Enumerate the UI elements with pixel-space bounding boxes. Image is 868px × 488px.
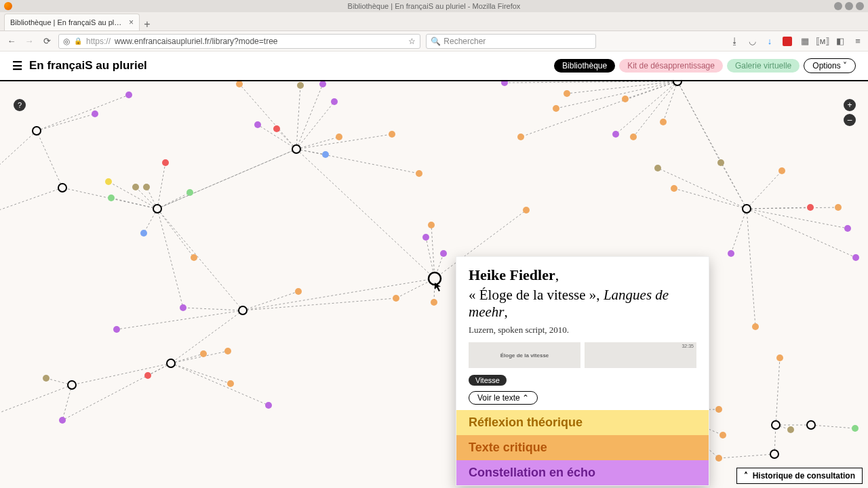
- download-icon[interactable]: ⭳: [730, 37, 739, 46]
- nav-library[interactable]: Bibliothèque: [554, 59, 615, 73]
- new-tab-button[interactable]: +: [140, 18, 155, 30]
- firefox-icon: [4, 2, 12, 10]
- window-controls[interactable]: [834, 2, 864, 10]
- search-placeholder: Rechercher: [443, 37, 486, 46]
- menu-icon[interactable]: ≡: [853, 37, 863, 46]
- search-icon: 🔍: [431, 37, 441, 46]
- hamburger-icon[interactable]: ☰: [12, 59, 22, 73]
- back-button[interactable]: ←: [5, 36, 18, 46]
- nav-options[interactable]: Options ˅: [804, 58, 856, 73]
- sidebar-icon[interactable]: ◧: [835, 37, 845, 46]
- adblock-icon[interactable]: [783, 37, 792, 46]
- extension-icon[interactable]: ▦: [800, 37, 810, 46]
- reload-button[interactable]: ⟳: [41, 36, 53, 46]
- lock-icon: 🔒: [74, 37, 82, 45]
- address-field[interactable]: ◎ 🔒 https://www.enfrancaisaupluriel.fr/l…: [58, 34, 420, 49]
- window-title: Bibliothèque | En françaiS au pluriel - …: [348, 2, 521, 10]
- url-rest: www.enfrancaisaupluriel.fr/library?mode=…: [115, 37, 277, 46]
- forward-button[interactable]: →: [23, 36, 35, 46]
- extension-icon-2[interactable]: ⟦м⟧: [818, 37, 827, 46]
- url-bar: ← → ⟳ ◎ 🔒 https://www.enfrancaisauplurie…: [0, 31, 868, 52]
- bookmark-icon[interactable]: ☆: [408, 37, 416, 46]
- search-field[interactable]: 🔍 Rechercher: [426, 34, 596, 49]
- site-title: En françaiS au pluriel: [29, 59, 147, 73]
- url-scheme: https://: [86, 37, 111, 46]
- tab-strip: Bibliothèque | En françaiS au pluriel × …: [0, 12, 868, 31]
- tab-title: Bibliothèque | En françaiS au pluriel: [10, 18, 125, 26]
- shield-icon: ◎: [63, 37, 70, 46]
- os-titlebar: Bibliothèque | En françaiS au pluriel - …: [0, 0, 868, 12]
- save-icon[interactable]: ↓: [765, 37, 774, 46]
- browser-tab[interactable]: Bibliothèque | En françaiS au pluriel ×: [4, 14, 140, 30]
- nav-kit[interactable]: Kit de désapprentissage: [619, 59, 723, 73]
- close-tab-icon[interactable]: ×: [129, 18, 134, 27]
- app-header: ☰ En françaiS au pluriel Bibliothèque Ki…: [0, 52, 868, 81]
- nav-gallery[interactable]: Galerie virtuelle: [727, 59, 800, 73]
- pocket-icon[interactable]: ◡: [747, 37, 757, 46]
